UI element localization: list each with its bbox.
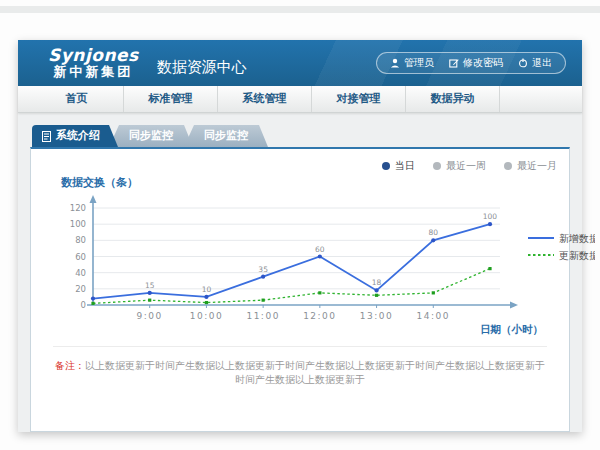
nav-item-system-mgmt[interactable]: 系统管理 (218, 86, 312, 112)
footnote-label: 备注： (55, 360, 85, 371)
brand-logo-chinese: 新中新集团 (48, 65, 139, 80)
svg-text:日期（小时）: 日期（小时） (480, 323, 543, 336)
svg-text:20: 20 (75, 284, 86, 294)
radio-dot-icon (433, 162, 441, 170)
tab-sync-monitor-1[interactable]: 同步监控 (109, 125, 193, 147)
nav-item-interface-mgmt[interactable]: 对接管理 (312, 86, 406, 112)
user-icon (390, 58, 400, 68)
svg-text:40: 40 (75, 268, 86, 278)
tab-label: 系统介绍 (56, 125, 100, 147)
svg-text:10: 10 (202, 285, 212, 294)
footnote-text: 以上数据更新于时间产生数据以上数据更新于时间产生数据以上数据更新于时间产生数据以… (85, 360, 545, 385)
user-menu: 管理员 修改密码 退出 (376, 52, 566, 74)
edit-icon (449, 58, 459, 68)
svg-text:60: 60 (75, 252, 86, 262)
brand-logo-english: Synjones (48, 46, 139, 66)
app-window: Synjones 新中新集团 数据资源中心 管理员 修改密码 (18, 40, 582, 432)
nav-item-data-change[interactable]: 数据异动 (406, 86, 500, 112)
svg-text:10:00: 10:00 (190, 311, 223, 321)
svg-text:9:00: 9:00 (137, 311, 163, 321)
main-nav: 首页 标准管理 系统管理 对接管理 数据异动 (18, 86, 582, 113)
svg-text:60: 60 (315, 245, 325, 254)
app-header: Synjones 新中新集团 数据资源中心 管理员 修改密码 (18, 40, 582, 86)
top-strip (0, 6, 600, 13)
footnote: 备注：以上数据更新于时间产生数据以上数据更新于时间产生数据以上数据更新于时间产生… (53, 346, 547, 387)
change-password-label: 修改密码 (463, 56, 503, 70)
svg-text:12:00: 12:00 (303, 311, 336, 321)
svg-text:15: 15 (145, 281, 155, 290)
logout-link[interactable]: 退出 (518, 56, 552, 70)
filter-label: 最近一月 (517, 159, 557, 173)
logout-label: 退出 (532, 56, 552, 70)
filter-today[interactable]: 当日 (382, 159, 415, 173)
app-title: 数据资源中心 (157, 58, 247, 77)
change-password-link[interactable]: 修改密码 (449, 56, 503, 70)
time-filter-group: 当日 最近一周 最近一月 (382, 159, 557, 173)
svg-text:11:00: 11:00 (246, 311, 279, 321)
chart-panel: 当日 最近一周 最近一月 数据交换（条） 0204060801001209:00… (30, 147, 570, 432)
svg-text:100: 100 (70, 219, 86, 229)
svg-text:14:00: 14:00 (417, 311, 450, 321)
power-icon (518, 58, 528, 68)
content-area: 系统介绍 同步监控 同步监控 当日 最近一周 最近一月 数据交 (18, 113, 582, 444)
svg-text:100: 100 (483, 212, 498, 221)
user-account[interactable]: 管理员 (390, 56, 434, 70)
svg-text:80: 80 (75, 235, 86, 245)
radio-dot-icon (382, 162, 390, 170)
tab-system-intro[interactable]: 系统介绍 (32, 125, 118, 147)
line-chart: 0204060801001209:0010:0011:0012:0013:001… (39, 192, 595, 342)
brand-logo: Synjones 新中新集团 (48, 46, 139, 80)
y-axis-title: 数据交换（条） (61, 175, 569, 190)
svg-text:更新数据: 更新数据 (559, 250, 595, 261)
nav-item-home[interactable]: 首页 (30, 86, 124, 112)
svg-text:35: 35 (258, 265, 268, 274)
tab-sync-monitor-2[interactable]: 同步监控 (184, 125, 268, 147)
user-name-label: 管理员 (404, 56, 434, 70)
document-icon (42, 131, 51, 142)
svg-text:13:00: 13:00 (360, 311, 393, 321)
svg-text:18: 18 (372, 278, 382, 287)
svg-text:新增数据: 新增数据 (559, 233, 595, 244)
svg-text:0: 0 (81, 300, 86, 310)
filter-last-week[interactable]: 最近一周 (433, 159, 486, 173)
radio-dot-icon (504, 162, 512, 170)
nav-item-standard-mgmt[interactable]: 标准管理 (124, 86, 218, 112)
tab-bar: 系统介绍 同步监控 同步监控 (32, 125, 570, 147)
filter-label: 最近一周 (446, 159, 486, 173)
svg-text:80: 80 (429, 228, 439, 237)
filter-last-month[interactable]: 最近一月 (504, 159, 557, 173)
filter-label: 当日 (395, 159, 415, 173)
svg-text:120: 120 (70, 203, 86, 213)
